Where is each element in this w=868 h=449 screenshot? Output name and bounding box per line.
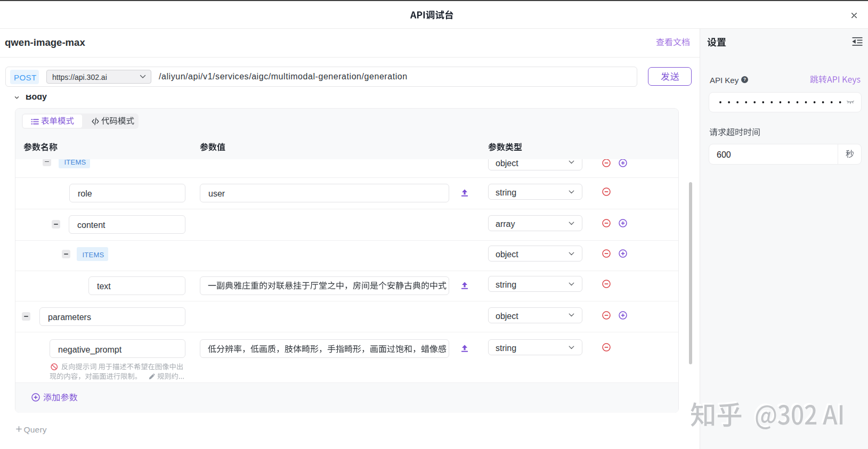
svg-text:?: ? bbox=[743, 77, 746, 82]
